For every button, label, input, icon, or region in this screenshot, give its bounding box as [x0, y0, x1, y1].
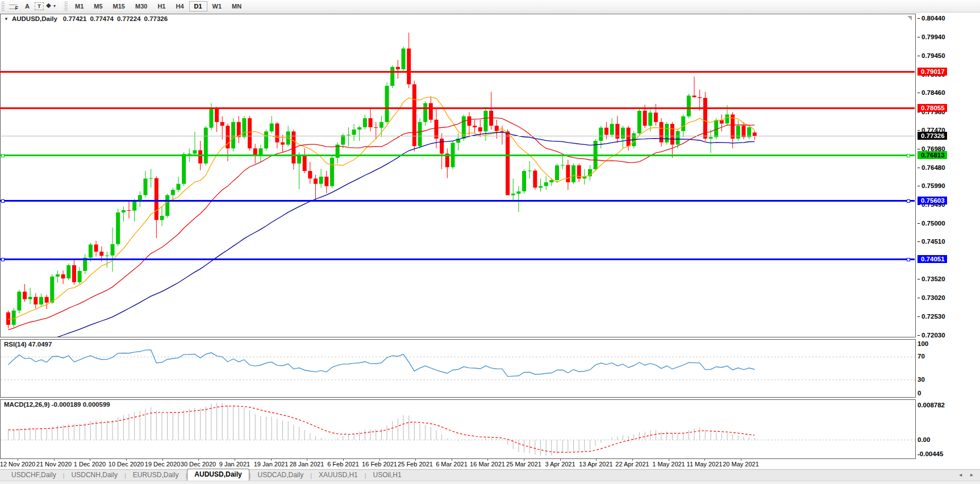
symbol-name: AUDUSD,Daily [12, 15, 57, 22]
date-label: 16 Mar 2021 [470, 461, 505, 468]
timeframe-button-h1[interactable]: H1 [152, 1, 170, 11]
axis-tick [918, 335, 920, 336]
level-anchor-marker[interactable] [907, 154, 910, 157]
text-label-tool-icon: T [37, 3, 41, 9]
dropdown-caret-icon[interactable]: ▼ [52, 4, 56, 8]
macd-indicator-label: MACD(12,26,9) -0.000189 0.000599 [4, 401, 110, 408]
level-anchor-marker[interactable] [907, 258, 910, 261]
date-label: 19 Jan 2021 [254, 461, 289, 468]
symbol-dropdown-icon[interactable]: ▼ [4, 16, 9, 22]
fibonacci-tool-button[interactable]: F [7, 1, 20, 11]
horizontal-level-line-0.76813[interactable] [0, 155, 915, 156]
text-label-tool-button[interactable]: T [35, 2, 44, 10]
date-label: 11 May 2021 [687, 461, 723, 468]
date-label: 10 Dec 2020 [109, 461, 144, 468]
chart-tab-usdcad-daily[interactable]: USDCAD,Daily [251, 470, 311, 481]
date-label: 30 Dec 2020 [181, 461, 216, 468]
horizontal-level-line-0.75603[interactable] [0, 200, 915, 202]
axis-tick [918, 168, 920, 168]
date-label: 25 Feb 2021 [398, 461, 433, 468]
price-axis-label: 0.79940 [918, 34, 945, 41]
date-label: 1 May 2021 [652, 461, 685, 468]
timeframe-button-m1[interactable]: M1 [70, 1, 89, 11]
chart-tab-audusd-daily[interactable]: AUDUSD,Daily [187, 469, 249, 481]
timeframes-toolbar: M1M5M15M30H1H4D1W1MN [70, 1, 247, 11]
level-price-tag: 0.74051 [918, 255, 947, 263]
chart-tab-xauusd-h1[interactable]: XAUUSD,H1 [312, 470, 365, 481]
axis-tick [918, 130, 920, 131]
timeframe-button-mn[interactable]: MN [227, 1, 247, 11]
trading-platform-window: FAT❖▼ M1M5M15M30H1H4D1W1MN ▼ AUDUSD,Dail… [0, 0, 980, 484]
horizontal-level-line-0.79017[interactable] [0, 71, 915, 73]
price-axis-label: 0.74510 [918, 238, 945, 245]
horizontal-level-line-0.74051[interactable] [0, 258, 915, 260]
arrows-tool-icon: ❖ [46, 2, 52, 10]
chart-tab-bar: USDCHF,Daily|USDCNH,Daily|EURUSD,Daily|A… [0, 469, 980, 481]
chart-shift-marker-icon[interactable] [907, 16, 912, 20]
symbol-header[interactable]: ▼ AUDUSD,Daily 0.77421 0.77474 0.77224 0… [4, 15, 168, 22]
level-anchor-marker[interactable] [1, 258, 5, 261]
price-axis-label: 0.72030 [918, 332, 945, 339]
price-axis-label: 0.75000 [918, 220, 945, 227]
rsi-pane[interactable]: RSI(14) 47.0497 [0, 339, 916, 398]
chart-tab-eurusd-daily[interactable]: EURUSD,Daily [126, 470, 186, 481]
chart-tab-usoil-h1[interactable]: USOil,H1 [366, 470, 408, 481]
level-price-tag: 0.79017 [918, 68, 947, 76]
current-price-tag: 0.77326 [918, 132, 947, 140]
rsi-axis-label: 0 [918, 390, 921, 397]
status-strip [0, 481, 980, 484]
date-label: 13 Apr 2021 [579, 461, 612, 468]
macd-axis-label: 0.00 [918, 436, 930, 444]
date-label: 9 Jan 2021 [219, 461, 250, 468]
ma-line-55 [9, 132, 755, 337]
date-label: 20 May 2021 [723, 461, 759, 468]
date-label: 1 Dec 2020 [74, 461, 106, 468]
time-axis: 12 Nov 202021 Nov 20201 Dec 202010 Dec 2… [0, 459, 916, 469]
toolbar-separator [60, 1, 61, 11]
chart-tab-usdchf-daily[interactable]: USDCHF,Daily [5, 470, 63, 481]
date-label: 22 Apr 2021 [615, 461, 649, 468]
level-anchor-marker[interactable] [1, 154, 5, 157]
macd-pane[interactable]: MACD(12,26,9) -0.000189 0.000599 [0, 399, 916, 459]
date-label: 21 Nov 2020 [36, 461, 72, 468]
ohlc-open: 0.77421 [63, 15, 87, 22]
timeframe-button-m5[interactable]: M5 [89, 1, 107, 11]
current-price-line [0, 136, 915, 136]
axis-tick [918, 18, 920, 19]
date-label: 28 Jan 2021 [290, 461, 324, 468]
price-axis: 0.804400.799400.794500.789500.784600.779… [916, 12, 980, 459]
level-anchor-marker[interactable] [907, 199, 910, 203]
axis-tick [918, 93, 920, 93]
timeframe-button-m30[interactable]: M30 [130, 1, 152, 11]
candlestick-plot [1, 14, 915, 337]
axis-tick [918, 279, 920, 279]
date-label: 19 Dec 2020 [145, 461, 180, 468]
rsi-indicator-label: RSI(14) 47.0497 [4, 341, 52, 348]
horizontal-level-line-0.78055[interactable] [0, 107, 915, 109]
timeframe-button-m15[interactable]: M15 [108, 1, 130, 11]
tab-scroll-arrows[interactable]: ◂ ▸ [959, 472, 977, 478]
level-price-tag: 0.76813 [918, 151, 947, 159]
price-pane[interactable]: ▼ AUDUSD,Daily 0.77421 0.77474 0.77224 0… [0, 14, 916, 337]
text-tool-button[interactable]: A [21, 1, 34, 11]
timeframe-button-w1[interactable]: W1 [207, 1, 227, 11]
price-axis-label: 0.80440 [918, 15, 945, 22]
macd-axis-label: 0.008782 [918, 402, 945, 409]
macd-plot [1, 400, 915, 458]
timeframe-button-h4[interactable]: H4 [170, 1, 189, 11]
price-axis-label: 0.73520 [918, 276, 945, 283]
price-axis-label: 0.78460 [918, 89, 945, 97]
price-axis-label: 0.79450 [918, 52, 945, 60]
price-axis-label: 0.72530 [918, 313, 945, 320]
level-anchor-marker[interactable] [1, 199, 5, 203]
toolbar-grip[interactable] [2, 2, 5, 11]
toolbar-grip-2[interactable] [65, 2, 68, 11]
axis-tick [918, 205, 920, 205]
timeframe-button-d1[interactable]: D1 [189, 1, 207, 11]
fibonacci-icon: F [15, 5, 19, 11]
chart-tab-usdcnh-daily[interactable]: USDCNH,Daily [65, 470, 124, 481]
ohlc-low: 0.77224 [117, 15, 141, 22]
ohlc-close: 0.77326 [144, 15, 168, 22]
axis-tick [918, 37, 920, 37]
arrows-tool-button[interactable]: ❖▼ [45, 1, 57, 11]
